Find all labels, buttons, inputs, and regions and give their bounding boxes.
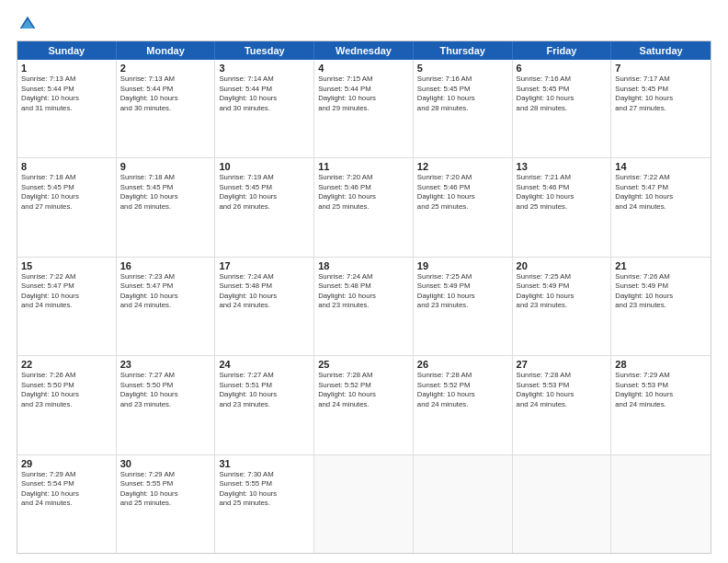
calendar-cell [414, 455, 513, 553]
calendar-body: 1Sunrise: 7:13 AM Sunset: 5:44 PM Daylig… [17, 60, 711, 553]
calendar-header-day: Saturday [611, 41, 711, 60]
day-info: Sunrise: 7:23 AM Sunset: 5:47 PM Dayligh… [120, 272, 211, 311]
day-number: 15 [21, 260, 112, 271]
calendar-week-row: 8Sunrise: 7:18 AM Sunset: 5:45 PM Daylig… [17, 158, 711, 257]
day-info: Sunrise: 7:22 AM Sunset: 5:47 PM Dayligh… [615, 173, 707, 212]
day-number: 23 [120, 359, 211, 370]
calendar-cell: 24Sunrise: 7:27 AM Sunset: 5:51 PM Dayli… [215, 356, 314, 454]
day-info: Sunrise: 7:25 AM Sunset: 5:49 PM Dayligh… [417, 272, 508, 311]
day-info: Sunrise: 7:18 AM Sunset: 5:45 PM Dayligh… [21, 173, 112, 212]
calendar-cell: 8Sunrise: 7:18 AM Sunset: 5:45 PM Daylig… [17, 158, 117, 256]
day-info: Sunrise: 7:27 AM Sunset: 5:51 PM Dayligh… [219, 371, 310, 409]
day-number: 21 [615, 260, 707, 271]
calendar-week-row: 22Sunrise: 7:26 AM Sunset: 5:50 PM Dayli… [17, 356, 711, 454]
day-info: Sunrise: 7:26 AM Sunset: 5:49 PM Dayligh… [615, 272, 707, 311]
calendar-cell: 6Sunrise: 7:16 AM Sunset: 5:45 PM Daylig… [513, 60, 612, 157]
calendar-cell: 1Sunrise: 7:13 AM Sunset: 5:44 PM Daylig… [17, 60, 117, 157]
day-number: 16 [120, 260, 211, 271]
calendar-header-row: SundayMondayTuesdayWednesdayThursdayFrid… [17, 41, 711, 60]
calendar-cell: 7Sunrise: 7:17 AM Sunset: 5:45 PM Daylig… [611, 60, 711, 157]
day-info: Sunrise: 7:28 AM Sunset: 5:52 PM Dayligh… [318, 371, 409, 409]
calendar-cell: 10Sunrise: 7:19 AM Sunset: 5:45 PM Dayli… [215, 158, 314, 256]
day-number: 30 [120, 458, 211, 469]
calendar-cell: 21Sunrise: 7:26 AM Sunset: 5:49 PM Dayli… [611, 258, 711, 355]
day-number: 17 [219, 260, 310, 271]
day-number: 31 [219, 458, 310, 469]
day-number: 2 [120, 63, 211, 74]
day-number: 24 [219, 359, 310, 370]
calendar-cell: 16Sunrise: 7:23 AM Sunset: 5:47 PM Dayli… [117, 258, 216, 355]
calendar-cell: 11Sunrise: 7:20 AM Sunset: 5:46 PM Dayli… [314, 158, 414, 256]
calendar-cell [314, 455, 414, 553]
calendar-cell: 20Sunrise: 7:25 AM Sunset: 5:49 PM Dayli… [513, 258, 612, 355]
day-number: 9 [120, 161, 211, 172]
calendar-cell [611, 455, 711, 553]
day-number: 6 [517, 63, 608, 74]
day-info: Sunrise: 7:18 AM Sunset: 5:45 PM Dayligh… [120, 173, 211, 212]
day-number: 18 [318, 260, 409, 271]
day-number: 27 [517, 359, 608, 370]
logo [17, 15, 37, 33]
calendar-cell: 5Sunrise: 7:16 AM Sunset: 5:45 PM Daylig… [414, 60, 513, 157]
day-number: 28 [615, 359, 707, 370]
day-number: 4 [318, 63, 409, 74]
calendar-header-day: Wednesday [314, 41, 414, 60]
day-number: 8 [21, 161, 112, 172]
day-number: 20 [517, 260, 608, 271]
calendar-cell: 27Sunrise: 7:28 AM Sunset: 5:53 PM Dayli… [513, 356, 612, 454]
day-number: 1 [21, 63, 112, 74]
day-info: Sunrise: 7:15 AM Sunset: 5:44 PM Dayligh… [318, 75, 409, 113]
calendar-cell: 9Sunrise: 7:18 AM Sunset: 5:45 PM Daylig… [117, 158, 216, 256]
day-number: 13 [517, 161, 608, 172]
calendar-cell: 12Sunrise: 7:20 AM Sunset: 5:46 PM Dayli… [414, 158, 513, 256]
calendar-cell: 22Sunrise: 7:26 AM Sunset: 5:50 PM Dayli… [17, 356, 117, 454]
day-number: 12 [417, 161, 508, 172]
calendar-cell: 13Sunrise: 7:21 AM Sunset: 5:46 PM Dayli… [513, 158, 612, 256]
calendar-cell: 25Sunrise: 7:28 AM Sunset: 5:52 PM Dayli… [314, 356, 414, 454]
day-info: Sunrise: 7:19 AM Sunset: 5:45 PM Dayligh… [219, 173, 310, 212]
day-info: Sunrise: 7:13 AM Sunset: 5:44 PM Dayligh… [21, 75, 112, 113]
day-info: Sunrise: 7:25 AM Sunset: 5:49 PM Dayligh… [517, 272, 608, 311]
calendar-cell: 4Sunrise: 7:15 AM Sunset: 5:44 PM Daylig… [314, 60, 414, 157]
day-info: Sunrise: 7:27 AM Sunset: 5:50 PM Dayligh… [120, 371, 211, 409]
day-number: 14 [615, 161, 707, 172]
calendar-header-day: Monday [117, 41, 216, 60]
calendar-cell: 14Sunrise: 7:22 AM Sunset: 5:47 PM Dayli… [611, 158, 711, 256]
day-info: Sunrise: 7:17 AM Sunset: 5:45 PM Dayligh… [615, 75, 707, 113]
day-info: Sunrise: 7:24 AM Sunset: 5:48 PM Dayligh… [219, 272, 310, 311]
calendar-cell: 26Sunrise: 7:28 AM Sunset: 5:52 PM Dayli… [414, 356, 513, 454]
day-info: Sunrise: 7:28 AM Sunset: 5:53 PM Dayligh… [517, 371, 608, 409]
day-info: Sunrise: 7:29 AM Sunset: 5:55 PM Dayligh… [120, 470, 211, 509]
header [17, 15, 711, 33]
day-info: Sunrise: 7:20 AM Sunset: 5:46 PM Dayligh… [318, 173, 409, 212]
day-number: 5 [417, 63, 508, 74]
calendar-cell: 18Sunrise: 7:24 AM Sunset: 5:48 PM Dayli… [314, 258, 414, 355]
day-number: 19 [417, 260, 508, 271]
calendar-cell: 31Sunrise: 7:30 AM Sunset: 5:55 PM Dayli… [215, 455, 314, 553]
day-info: Sunrise: 7:21 AM Sunset: 5:46 PM Dayligh… [517, 173, 608, 212]
day-number: 25 [318, 359, 409, 370]
calendar-header-day: Sunday [17, 41, 117, 60]
day-info: Sunrise: 7:28 AM Sunset: 5:52 PM Dayligh… [417, 371, 508, 409]
calendar-cell: 2Sunrise: 7:13 AM Sunset: 5:44 PM Daylig… [117, 60, 216, 157]
calendar-header-day: Friday [513, 41, 612, 60]
calendar-cell: 17Sunrise: 7:24 AM Sunset: 5:48 PM Dayli… [215, 258, 314, 355]
day-info: Sunrise: 7:24 AM Sunset: 5:48 PM Dayligh… [318, 272, 409, 311]
day-number: 22 [21, 359, 112, 370]
calendar-cell: 15Sunrise: 7:22 AM Sunset: 5:47 PM Dayli… [17, 258, 117, 355]
calendar-week-row: 29Sunrise: 7:29 AM Sunset: 5:54 PM Dayli… [17, 455, 711, 553]
logo-icon [18, 15, 37, 33]
calendar-cell: 28Sunrise: 7:29 AM Sunset: 5:53 PM Dayli… [611, 356, 711, 454]
day-info: Sunrise: 7:29 AM Sunset: 5:53 PM Dayligh… [615, 371, 707, 409]
calendar: SundayMondayTuesdayWednesdayThursdayFrid… [17, 40, 711, 554]
day-number: 26 [417, 359, 508, 370]
day-number: 10 [219, 161, 310, 172]
calendar-header-day: Tuesday [215, 41, 314, 60]
day-number: 7 [615, 63, 707, 74]
day-info: Sunrise: 7:13 AM Sunset: 5:44 PM Dayligh… [120, 75, 211, 113]
calendar-cell: 23Sunrise: 7:27 AM Sunset: 5:50 PM Dayli… [117, 356, 216, 454]
day-info: Sunrise: 7:20 AM Sunset: 5:46 PM Dayligh… [417, 173, 508, 212]
day-info: Sunrise: 7:29 AM Sunset: 5:54 PM Dayligh… [21, 470, 112, 509]
day-number: 29 [21, 458, 112, 469]
day-info: Sunrise: 7:22 AM Sunset: 5:47 PM Dayligh… [21, 272, 112, 311]
